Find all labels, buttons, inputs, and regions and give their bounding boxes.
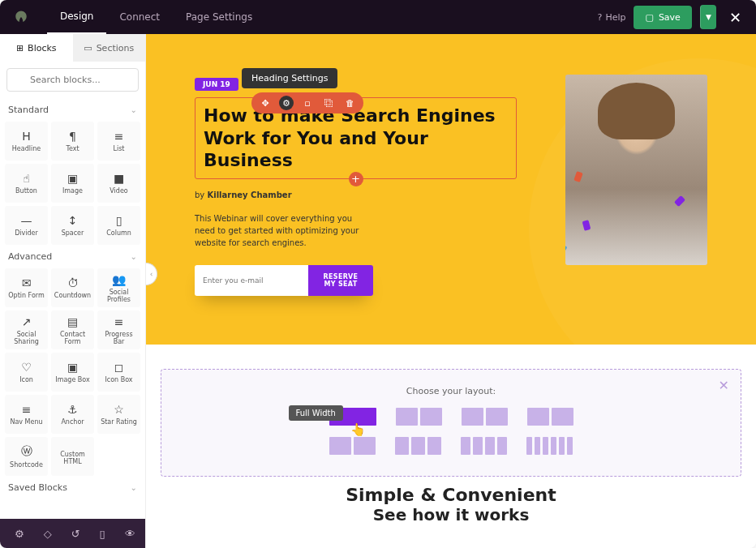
block-label: Spacer [62,229,84,237]
block-icon: ↕ [68,214,78,227]
block-label: Social Sharing [6,331,46,345]
block-label: Image [62,187,83,195]
block-image-box[interactable]: ▣Image Box [51,353,94,392]
block-contact-form[interactable]: ▤Contact Form [51,310,94,349]
block-icon[interactable]: ♡Icon [5,353,48,392]
nav-connect[interactable]: Connect [106,0,173,34]
tab-sections[interactable]: ▭Sections [73,34,146,62]
headline-text[interactable]: How to make Search Engines Work for You … [204,105,508,172]
email-input[interactable] [195,265,308,296]
layout-3-col[interactable] [395,437,441,455]
block-label: List [114,145,125,152]
nav-design[interactable]: Design [47,0,106,34]
block-icon: ☝ [23,172,30,185]
block-label: Icon Box [105,376,132,383]
delete-icon[interactable]: 🗑 [342,96,357,110]
help-button[interactable]: ?Help [598,12,626,23]
block-label: Button [15,187,37,195]
block-countdown[interactable]: ⏱Countdown [51,268,94,307]
close-icon[interactable]: ✕ [719,378,729,393]
layout-2a[interactable] [329,437,376,455]
block-label: Headline [12,145,41,152]
block-text[interactable]: ¶Text [51,122,94,161]
block-label: Text [66,145,79,152]
layout-4-col[interactable] [461,437,507,455]
group-standard[interactable]: Standard⌄ [0,98,145,122]
group-advanced[interactable]: Advanced⌄ [0,245,145,268]
add-element-button[interactable]: + [349,172,363,186]
close-button[interactable]: ✕ [724,9,746,26]
tooltip: Heading Settings [242,68,337,88]
top-nav: Design Connect Page Settings [47,0,265,34]
block-label: Countdown [54,292,91,299]
settings-icon[interactable]: ⚙ [279,96,294,110]
block-button[interactable]: ☝Button [5,164,48,203]
preview-icon[interactable]: 👁 [125,528,135,540]
block-icon: ≡ [114,315,124,328]
block-divider[interactable]: —Divider [5,206,48,245]
block-icon: ¶ [69,130,76,143]
save-dropdown[interactable]: ▼ [700,5,716,29]
block-star-rating[interactable]: ☆Star Rating [97,395,140,434]
block-video[interactable]: ■Video [97,164,140,203]
chevron-down-icon: ⌄ [131,483,137,492]
block-social-sharing[interactable]: ↗Social Sharing [5,310,48,349]
layout-6-col[interactable] [526,437,573,455]
tab-blocks[interactable]: ⊞Blocks [0,34,73,62]
block-icon: ▯ [116,214,122,227]
search-input[interactable] [6,68,139,92]
save-button[interactable]: ▢Save [634,6,691,29]
copy-icon[interactable]: ⿻ [321,96,336,110]
block-spacer[interactable]: ↕Spacer [51,206,94,245]
block-icon: ▤ [67,315,78,328]
reserve-button[interactable]: RESERVE MY SEAT [308,265,373,296]
layout-2-col[interactable] [396,408,442,426]
layout-1-2[interactable] [527,408,573,426]
block-icon: ⏱ [67,276,79,289]
block-label: Optin Form [8,292,45,299]
block-shortcode[interactable]: ⓦShortcode [5,437,48,476]
history-icon[interactable]: ↺ [71,528,80,540]
layers-icon[interactable]: ◇ [44,528,52,540]
layout-picker: ✕ Choose your layout: Full Width 👆 [161,369,741,477]
duplicate-icon[interactable]: ▫ [300,96,315,110]
hero-image [565,75,707,265]
nav-page-settings[interactable]: Page Settings [173,0,265,34]
layout-1-1[interactable] [462,408,508,426]
mobile-preview-icon[interactable]: ▯ [100,528,105,540]
layout-full-width[interactable]: Full Width 👆 [329,408,376,426]
block-nav-menu[interactable]: ≡Nav Menu [5,395,48,434]
full-width-tooltip: Full Width [289,405,343,421]
block-label: Contact Form [53,331,92,345]
block-headline[interactable]: HHeadline [5,122,48,161]
block-icon: ▣ [67,172,78,185]
settings-icon[interactable]: ⚙ [15,528,24,540]
block-icon: ⚓ [67,403,78,416]
block-progress-bar[interactable]: ≡Progress Bar [97,310,140,349]
block-icon: ⓦ [21,444,32,459]
block-label: Social Profiles [99,289,139,303]
block-list[interactable]: ≡List [97,122,140,161]
block-optin-form[interactable]: ✉Optin Form [5,268,48,307]
block-anchor[interactable]: ⚓Anchor [51,395,94,434]
group-saved[interactable]: Saved Blocks⌄ [0,476,145,499]
block-icon: ■ [114,172,124,185]
chevron-down-icon: ⌄ [131,252,137,261]
date-badge: JUN 19 [195,78,238,91]
block-icon-box[interactable]: ◻Icon Box [97,353,140,392]
block-label: Anchor [61,418,84,426]
block-icon: 👥 [112,273,126,286]
byline: by Killarney Chamber [195,191,517,199]
chevron-down-icon: ⌄ [131,105,137,114]
block-custom-html[interactable]: Custom HTML [51,437,94,476]
topbar: Design Connect Page Settings ?Help ▢Save… [0,0,756,34]
block-icon: ▣ [67,361,78,374]
block-icon: H [22,130,31,143]
hero-section: JUN 19 Heading Settings ✥ ⚙ ▫ ⿻ 🗑 [146,34,756,345]
block-image[interactable]: ▣Image [51,164,94,203]
move-icon[interactable]: ✥ [258,96,273,110]
app-logo [10,6,32,28]
block-label: Image Box [55,376,89,383]
block-social-profiles[interactable]: 👥Social Profiles [97,268,140,307]
block-column[interactable]: ▯Column [97,206,140,245]
